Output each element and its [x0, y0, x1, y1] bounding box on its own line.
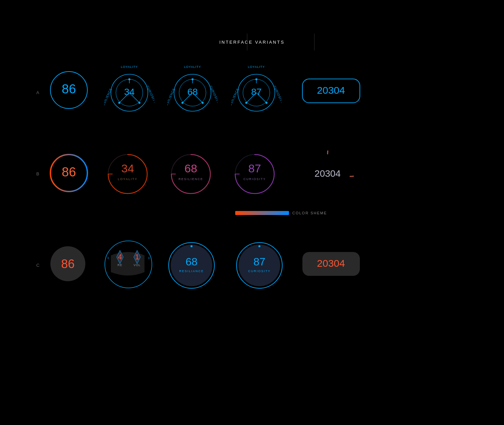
- widget-a5: 20304: [302, 78, 361, 103]
- color-scheme: COLOR SHEME: [235, 211, 327, 215]
- widget-b3: 68 RESILIENCE: [167, 151, 214, 198]
- row-c-label: C: [36, 263, 40, 268]
- color-scheme-label: COLOR SHEME: [292, 211, 327, 215]
- svg-text:20304: 20304: [317, 85, 345, 96]
- svg-point-73: [258, 245, 260, 247]
- widget-a3: LOYALITY RESILIENCE CURIOSITY 68: [167, 63, 218, 117]
- widget-b2: 34 LOYALITY: [104, 151, 151, 198]
- svg-text:RESILIANCE: RESILIANCE: [179, 269, 204, 273]
- svg-point-23: [181, 102, 183, 104]
- svg-text:LOYALITY: LOYALITY: [121, 65, 138, 69]
- svg-point-10: [128, 78, 130, 80]
- svg-text:1: 1: [135, 253, 139, 261]
- svg-point-22: [192, 78, 194, 80]
- svg-text:RESILIENCE: RESILIENCE: [167, 88, 176, 109]
- svg-text:LOYALITY: LOYALITY: [248, 65, 265, 69]
- widget-b5: 20304: [302, 151, 354, 198]
- svg-point-35: [245, 102, 247, 104]
- divider-v1: [247, 34, 247, 50]
- widget-b1: 86: [49, 153, 89, 193]
- widget-c3: 68 RESILIANCE: [167, 241, 216, 290]
- widget-c4: 87 CURIOSITY: [235, 241, 284, 290]
- svg-point-24: [202, 102, 204, 104]
- svg-point-11: [118, 102, 120, 104]
- svg-text:34: 34: [124, 87, 134, 97]
- widget-a2: LOYALITY RESILIENCE CURIOSITY 34: [104, 63, 155, 117]
- svg-point-36: [265, 102, 267, 104]
- widget-a1: 86: [49, 70, 89, 110]
- svg-point-68: [191, 245, 193, 247]
- svg-text:87: 87: [251, 87, 261, 97]
- widget-c2: ‹ › 4 1 RE VOL: [101, 239, 156, 291]
- svg-text:›: ›: [148, 255, 150, 260]
- svg-text:86: 86: [62, 82, 76, 96]
- svg-text:CURIOSITY: CURIOSITY: [248, 269, 270, 273]
- svg-text:87: 87: [253, 256, 265, 268]
- svg-text:VOL: VOL: [133, 263, 140, 267]
- svg-text:68: 68: [185, 256, 198, 268]
- widget-c5: 20304: [302, 251, 361, 277]
- widget-a4: LOYALITY RESILIENCE CURIOSITY 87: [231, 63, 282, 117]
- svg-text:4: 4: [118, 253, 122, 261]
- color-bar: [235, 211, 289, 215]
- svg-text:68: 68: [184, 162, 197, 175]
- svg-text:86: 86: [61, 257, 75, 271]
- row-a-label: A: [36, 90, 40, 95]
- svg-text:86: 86: [62, 165, 76, 179]
- svg-text:34: 34: [121, 162, 134, 175]
- widget-b4: 87 CURIOSITY: [231, 151, 278, 198]
- svg-point-34: [255, 78, 257, 80]
- svg-text:RE: RE: [118, 263, 123, 267]
- svg-text:RESILIENCE: RESILIENCE: [104, 88, 113, 109]
- svg-text:68: 68: [187, 87, 198, 97]
- page-title: INTERFACE VARIANTS: [219, 40, 285, 45]
- svg-point-12: [138, 102, 140, 104]
- svg-text:CURIOSITY: CURIOSITY: [243, 177, 266, 181]
- svg-text:RESILIENCE: RESILIENCE: [231, 88, 240, 109]
- svg-text:87: 87: [248, 162, 261, 175]
- svg-text:‹: ‹: [108, 255, 109, 260]
- widget-c1: 86: [49, 245, 87, 283]
- svg-text:20304: 20304: [317, 258, 345, 269]
- divider-v2: [314, 34, 314, 50]
- svg-text:LOYALITY: LOYALITY: [184, 65, 201, 69]
- svg-text:LOYALITY: LOYALITY: [118, 177, 137, 181]
- svg-text:RESILIENCE: RESILIENCE: [178, 177, 203, 181]
- row-b-label: B: [36, 171, 40, 176]
- svg-text:20304: 20304: [314, 168, 341, 179]
